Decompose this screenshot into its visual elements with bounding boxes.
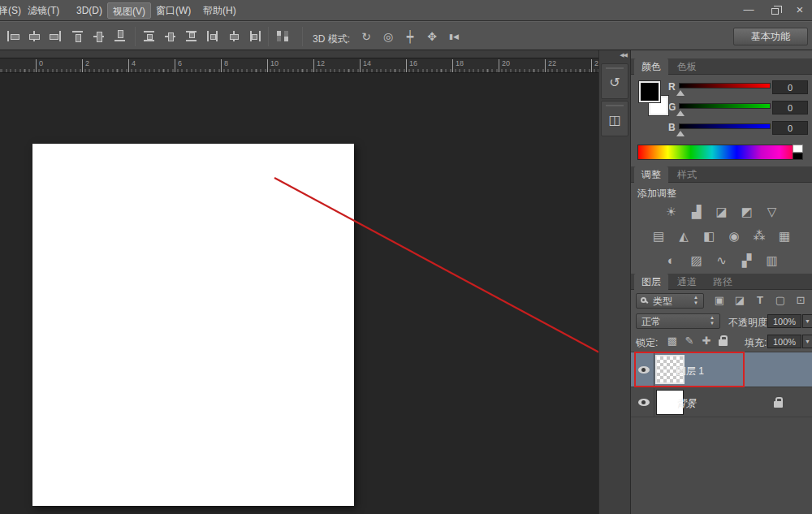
curves-icon[interactable]: ◪	[713, 203, 731, 220]
filter-smart-objects-icon[interactable]: ⊡	[793, 293, 808, 308]
chevron-updown-icon: ▲▼	[708, 314, 718, 328]
align-bottom-icon[interactable]	[114, 30, 127, 42]
blue-slider[interactable]	[679, 123, 771, 129]
ruler-tick: 16	[406, 59, 417, 72]
fill-dropdown-arrow[interactable]: ▼	[802, 335, 812, 348]
spectrum-black-swatch[interactable]	[793, 153, 803, 160]
zoom-3d-camera-icon[interactable]: ▮◀	[445, 29, 463, 45]
red-slider[interactable]	[679, 83, 771, 89]
lock-transparent-pixels-icon[interactable]: ▩	[665, 334, 680, 348]
workspace-switcher-button[interactable]: 基本功能	[733, 28, 808, 45]
fill-field[interactable]: 100%	[767, 335, 801, 348]
gradient-map-icon[interactable]: ▞	[738, 252, 756, 269]
hue-saturation-icon[interactable]: ▤	[650, 227, 667, 244]
distribute-right-icon[interactable]	[248, 30, 261, 42]
filter-type-layers-icon[interactable]: T	[753, 293, 767, 308]
green-slider-thumb[interactable]	[676, 110, 685, 116]
distribute-left-icon[interactable]	[206, 30, 219, 42]
blue-slider-thumb[interactable]	[676, 131, 685, 136]
properties-panel-button[interactable]: ◫	[601, 101, 628, 136]
blend-mode-dropdown[interactable]: 正常 ▲▼	[636, 313, 720, 329]
align-vcenter-icon[interactable]	[93, 30, 106, 42]
expand-panels-icon[interactable]: ◀◀	[620, 52, 627, 58]
align-hcenter-icon[interactable]	[28, 30, 41, 42]
align-left-icon[interactable]	[6, 30, 19, 42]
opacity-dropdown-arrow[interactable]: ▼	[802, 314, 812, 328]
document-canvas[interactable]	[32, 144, 354, 506]
history-panel-button[interactable]: ↺	[601, 63, 628, 99]
tab-layers[interactable]: 图层	[634, 274, 668, 290]
layer-name[interactable]: 图层 1	[676, 365, 704, 378]
foreground-color-swatch[interactable]	[639, 81, 660, 102]
lock-all-icon[interactable]	[719, 339, 728, 346]
toolbar-separator	[268, 27, 269, 46]
color-spectrum-ramp[interactable]	[637, 145, 803, 160]
photo-filter-icon[interactable]: ◉	[725, 227, 743, 244]
tab-swatches[interactable]: 色板	[670, 58, 704, 75]
layer-name[interactable]: 背景	[676, 397, 696, 411]
align-right-icon[interactable]	[49, 30, 62, 42]
layers-list: 图层 1 背景	[631, 352, 812, 514]
distribute-bottom-icon[interactable]	[185, 30, 198, 42]
posterize-icon[interactable]: ▨	[688, 252, 706, 269]
distribute-top-icon[interactable]	[143, 30, 156, 42]
red-slider-thumb[interactable]	[676, 90, 685, 96]
layer-filter-type-dropdown[interactable]: 类型 ▲▼	[636, 293, 704, 309]
properties-panel-icon: ◫	[608, 112, 620, 127]
visibility-eye-icon[interactable]	[638, 366, 650, 374]
exposure-icon[interactable]: ◩	[738, 203, 756, 220]
channel-mixer-icon[interactable]: ⁂	[750, 227, 768, 244]
green-slider[interactable]	[679, 103, 771, 109]
restore-button[interactable]	[764, 2, 785, 18]
blue-value-field[interactable]: 0	[772, 121, 808, 135]
distribute-hcenter-icon[interactable]	[227, 30, 240, 42]
canvas-area[interactable]: 0 2 4 6 8 10 12 14 16 18 20 22 24	[0, 50, 598, 514]
tab-paths[interactable]: 路径	[706, 274, 740, 290]
horizontal-ruler: 0 2 4 6 8 10 12 14 16 18 20 22 24	[0, 58, 598, 73]
spectrum-white-swatch[interactable]	[793, 145, 803, 153]
blend-mode-value: 正常	[641, 315, 661, 329]
filter-pixel-layers-icon[interactable]: ▣	[712, 293, 727, 308]
slide-3d-camera-icon[interactable]: ✥	[423, 29, 441, 45]
brightness-contrast-icon[interactable]: ☀	[663, 203, 680, 220]
close-button[interactable]: ×	[789, 2, 810, 18]
layer-row-background[interactable]: 背景	[631, 388, 812, 417]
roll-3d-camera-icon[interactable]: ◎	[379, 29, 397, 45]
pan-3d-camera-icon[interactable]: ┿	[401, 29, 419, 45]
selective-color-icon[interactable]: ▥	[763, 252, 781, 269]
menu-filter[interactable]: 滤镜(T)	[23, 2, 64, 19]
align-top-icon[interactable]	[71, 30, 84, 42]
invert-icon[interactable]: ◐	[663, 252, 680, 269]
vibrance-icon[interactable]: ▽	[763, 203, 781, 220]
green-value-field[interactable]: 0	[772, 101, 808, 114]
distribute-vcenter-icon[interactable]	[164, 30, 177, 42]
levels-icon[interactable]: ▟	[688, 203, 706, 220]
filter-adjustment-layers-icon[interactable]: ◪	[732, 293, 747, 308]
menu-window[interactable]: 窗口(W)	[151, 2, 196, 19]
lock-position-icon[interactable]: ✚	[699, 334, 714, 348]
ruler-tick: 18	[452, 59, 464, 72]
minimize-button[interactable]: —	[738, 2, 759, 18]
distribute-layers-icon[interactable]	[274, 29, 291, 43]
opacity-field[interactable]: 100%	[767, 314, 801, 328]
layer-row-layer1[interactable]: 图层 1	[631, 352, 812, 387]
menu-help[interactable]: 帮助(H)	[198, 2, 241, 19]
tab-adjustments[interactable]: 调整	[634, 166, 668, 183]
chevron-updown-icon: ▲▼	[692, 294, 702, 308]
threshold-icon[interactable]: ∿	[713, 252, 731, 269]
black-white-icon[interactable]: ◧	[700, 227, 718, 244]
menu-3d[interactable]: 3D(D)	[71, 2, 107, 19]
visibility-eye-icon[interactable]	[638, 399, 650, 406]
tab-color[interactable]: 颜色	[634, 58, 668, 75]
tab-channels[interactable]: 通道	[670, 274, 704, 290]
ruler-tick: 8	[221, 59, 228, 72]
lock-image-pixels-icon[interactable]: ✎	[682, 334, 697, 348]
color-balance-icon[interactable]: ◭	[675, 227, 693, 244]
color-lookup-icon[interactable]: ▦	[775, 227, 793, 244]
red-value-field[interactable]: 0	[772, 80, 808, 94]
menu-view[interactable]: 视图(V)	[107, 2, 151, 19]
divider	[654, 352, 654, 387]
orbit-3d-camera-icon[interactable]: ↻	[357, 29, 375, 45]
tab-styles[interactable]: 样式	[670, 166, 704, 183]
filter-shape-layers-icon[interactable]: ▢	[773, 293, 788, 308]
